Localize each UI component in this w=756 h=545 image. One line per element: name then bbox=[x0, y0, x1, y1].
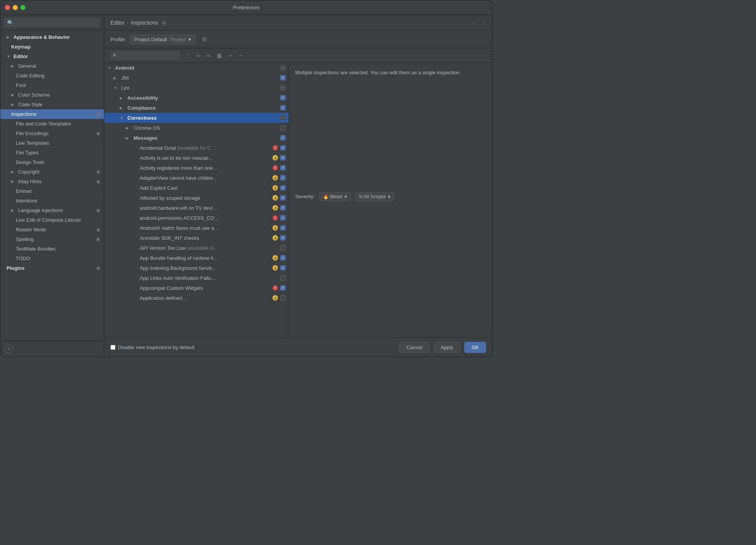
sidebar-item-color-scheme[interactable]: ▶ Color Scheme bbox=[0, 90, 104, 100]
sidebar-search-input[interactable] bbox=[4, 18, 100, 27]
profile-select[interactable]: Project Default Project ▾ bbox=[130, 35, 196, 44]
insp-row-explicit-cast[interactable]: ▶ Add Explicit Cast ⚠ bbox=[104, 183, 289, 193]
sidebar-item-emmet[interactable]: Emmet bbox=[0, 186, 104, 196]
sidebar-item-code-style[interactable]: ▶ Code Style bbox=[0, 100, 104, 109]
insp-checkbox-app-bundle[interactable] bbox=[280, 255, 286, 261]
insp-row-activity-registered[interactable]: ▶ Activity registered more than one… ! bbox=[104, 163, 289, 173]
sidebar-item-keymap[interactable]: Keymap bbox=[0, 42, 104, 52]
insp-row-messages[interactable]: ▶ Messages bbox=[104, 133, 289, 143]
insp-row-activity-nonresizable[interactable]: ▶ Activity is set to be non resizab… ⚠ bbox=[104, 153, 289, 163]
sidebar-item-language-injections[interactable]: ▶ Language Injections ▣ bbox=[0, 206, 104, 215]
insp-checkbox-activity-nonresizable[interactable] bbox=[280, 155, 286, 160]
sidebar-item-appearance[interactable]: ▶ Appearance & Behavior bbox=[0, 32, 104, 42]
insp-checkbox-access-coarse[interactable] bbox=[280, 215, 286, 221]
sidebar-item-copyright[interactable]: ▶ Copyright ▣ bbox=[0, 167, 104, 177]
insp-checkbox-explicit-cast[interactable] bbox=[280, 185, 286, 191]
insp-checkbox-jni[interactable] bbox=[280, 75, 286, 80]
sidebar-item-inspections[interactable]: Inspections ▣ bbox=[0, 109, 104, 119]
disable-inspections-checkbox[interactable]: Disable new inspections by default bbox=[110, 344, 194, 350]
sidebar-item-inlay-hints[interactable]: ▶ Inlay Hints ▣ bbox=[0, 177, 104, 186]
insp-checkbox-accessibility[interactable] bbox=[280, 95, 286, 100]
insp-checkbox-api-version[interactable] bbox=[280, 245, 286, 251]
insp-checkbox-correctness[interactable] bbox=[280, 115, 286, 120]
insp-row-accidental-octal[interactable]: ▶ Accidental Octal (available for C… ! bbox=[104, 143, 289, 153]
insp-checkbox-app-defined[interactable] bbox=[280, 295, 286, 301]
sidebar-item-general[interactable]: ▶ General bbox=[0, 61, 104, 71]
apply-button[interactable]: Apply bbox=[433, 342, 461, 353]
sidebar-label-todo: TODO bbox=[16, 256, 30, 261]
insp-checkbox-lint[interactable] bbox=[280, 85, 286, 90]
insp-checkbox-hardware-wifi[interactable] bbox=[280, 205, 286, 211]
maximize-button[interactable] bbox=[20, 5, 25, 10]
insp-checkbox-compliance[interactable] bbox=[280, 105, 286, 110]
insp-row-app-links[interactable]: ▶ App Links Auto Verification Failu… bbox=[104, 273, 289, 283]
sidebar-item-live-templates[interactable]: Live Templates bbox=[0, 138, 104, 148]
insp-checkbox-androidx-watch[interactable] bbox=[280, 225, 286, 231]
nav-forward-button[interactable]: › bbox=[480, 19, 486, 27]
insp-checkbox-appcompat-custom[interactable] bbox=[280, 285, 286, 291]
filter-button[interactable]: ⋮ bbox=[182, 51, 192, 60]
disable-inspections-input[interactable] bbox=[110, 345, 115, 350]
nav-back-button[interactable]: ‹ bbox=[470, 19, 477, 27]
sidebar-item-design-tools[interactable]: Design Tools bbox=[0, 157, 104, 167]
insp-checkbox-messages[interactable] bbox=[280, 135, 286, 140]
help-button[interactable]: ? bbox=[4, 344, 13, 354]
insp-checkbox-adapterview[interactable] bbox=[280, 175, 286, 181]
sidebar-item-spelling[interactable]: Spelling ▣ bbox=[0, 234, 104, 244]
insp-row-android[interactable]: ▼ Android bbox=[104, 63, 289, 73]
insp-row-androidx-watch[interactable]: ▶ AndroidX watch faces must use a… ⚠ bbox=[104, 223, 289, 233]
add-button[interactable]: + bbox=[226, 51, 234, 60]
sidebar-item-file-types[interactable]: File Types bbox=[0, 148, 104, 157]
remove-button[interactable]: − bbox=[237, 51, 244, 60]
profile-label: Profile: bbox=[110, 37, 126, 42]
insp-row-app-indexing[interactable]: ▶ App Indexing Background Servic… ⚠ bbox=[104, 263, 289, 273]
inspections-search-input[interactable] bbox=[110, 51, 180, 60]
insp-row-lint[interactable]: ▼ Lint bbox=[104, 83, 289, 93]
insp-row-accessibility[interactable]: ▶ Accessibility bbox=[104, 93, 289, 103]
sidebar-item-code-editing[interactable]: Code Editing bbox=[0, 71, 104, 80]
insp-row-chrome-os[interactable]: ▶ Chrome OS bbox=[104, 123, 289, 133]
sidebar-item-editor[interactable]: ▼ Editor bbox=[0, 52, 104, 61]
insp-row-hardware-wifi[interactable]: ▶ android.hardware.wifi on TV devi… ⚠ bbox=[104, 203, 289, 213]
sidebar-item-file-encodings[interactable]: File Encodings ▣ bbox=[0, 129, 104, 138]
severity-dropdown[interactable]: 🔥 Mixed ▾ bbox=[319, 192, 351, 201]
ok-button[interactable]: OK bbox=[464, 342, 486, 353]
sidebar-item-todo[interactable]: TODO bbox=[0, 254, 104, 263]
insp-checkbox-activity-registered[interactable] bbox=[280, 165, 286, 171]
insp-row-jni[interactable]: ▶ JNI bbox=[104, 73, 289, 83]
insp-row-api-version[interactable]: ▶ API Version Too Low (available fo… bbox=[104, 243, 289, 253]
insp-checkbox-app-links[interactable] bbox=[280, 275, 286, 281]
insp-checkbox-annotate-sdk[interactable] bbox=[280, 235, 286, 241]
sidebar-item-file-code-templates[interactable]: File and Code Templates bbox=[0, 119, 104, 129]
sidebar-item-plugins[interactable]: Plugins ▣ bbox=[0, 263, 104, 273]
sidebar-label-copyright: Copyright bbox=[18, 169, 40, 175]
group-by-button[interactable]: ▦ bbox=[214, 51, 224, 60]
insp-row-compliance[interactable]: ▶ Compliance bbox=[104, 103, 289, 113]
close-button[interactable] bbox=[5, 5, 10, 10]
sidebar-item-intentions[interactable]: Intentions bbox=[0, 196, 104, 206]
minimize-button[interactable] bbox=[13, 5, 18, 10]
insp-row-correctness[interactable]: ▼ Correctness bbox=[104, 113, 289, 123]
insp-checkbox-accidental-octal[interactable] bbox=[280, 145, 286, 150]
insp-checkbox-android[interactable] bbox=[280, 65, 286, 70]
insp-checkbox-app-indexing[interactable] bbox=[280, 265, 286, 271]
sidebar-item-textmate[interactable]: TextMate Bundles bbox=[0, 244, 104, 254]
insp-row-app-defined[interactable]: ▶ Application defined… ⚠ bbox=[104, 293, 289, 303]
cancel-button[interactable]: Cancel bbox=[399, 342, 429, 353]
insp-row-annotate-sdk[interactable]: ▶ Annotate SDK_INT checks ⚠ bbox=[104, 233, 289, 243]
insp-row-adapterview[interactable]: ▶ AdapterView cannot have childre… ⚠ bbox=[104, 173, 289, 183]
insp-checkbox-chrome-os[interactable] bbox=[280, 125, 286, 130]
insp-row-scoped-storage[interactable]: ▶ Affected by scoped storage ⚠ bbox=[104, 193, 289, 203]
expand-all-button[interactable]: ≡ bbox=[194, 51, 202, 60]
sidebar-item-reader-mode[interactable]: Reader Mode ▣ bbox=[0, 225, 104, 234]
sidebar-item-live-edit-compose[interactable]: Live Edit of Compose Literals bbox=[0, 215, 104, 225]
sidebar-item-font[interactable]: Font bbox=[0, 80, 104, 90]
scope-dropdown[interactable]: In All Scopes ▾ bbox=[355, 192, 395, 201]
detail-message: Multiple inspections are selected. You c… bbox=[295, 69, 486, 77]
insp-checkbox-scoped-storage[interactable] bbox=[280, 195, 286, 201]
insp-row-appcompat-custom[interactable]: ▶ Appcompat Custom Widgets ! bbox=[104, 283, 289, 293]
insp-row-app-bundle[interactable]: ▶ App Bundle handling of runtime li… ⚠ bbox=[104, 253, 289, 263]
profile-gear-button[interactable]: ⚙ bbox=[199, 35, 209, 44]
collapse-all-button[interactable]: ≡ bbox=[204, 51, 212, 60]
insp-row-access-coarse[interactable]: ▶ android.permission.ACCESS_CO… ! bbox=[104, 213, 289, 223]
